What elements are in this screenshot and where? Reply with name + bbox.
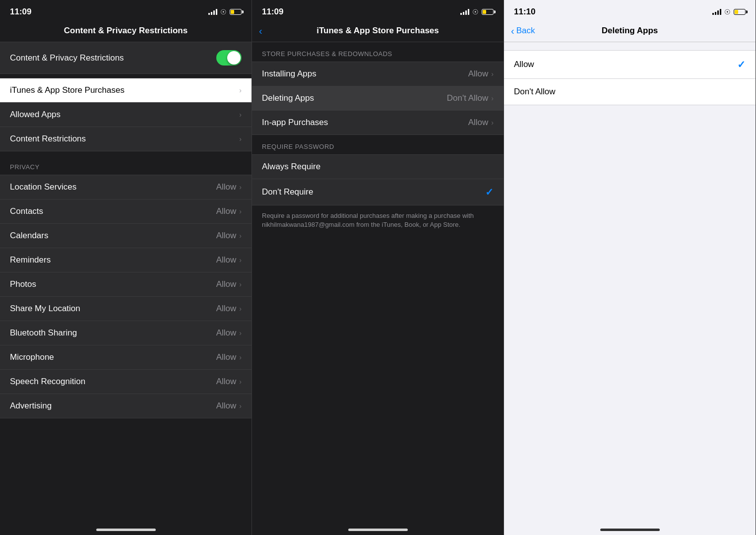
advertising-row[interactable]: Advertising Allow ›: [0, 394, 252, 418]
advertising-label: Advertising: [10, 401, 52, 411]
privacy-section-header: PRIVACY: [0, 155, 252, 175]
inapp-purchases-label: In-app Purchases: [262, 118, 328, 128]
always-require-label: Always Require: [262, 162, 320, 172]
speech-right: Allow ›: [216, 377, 242, 387]
back-button-2[interactable]: ‹: [259, 26, 262, 36]
password-section-header: REQUIRE PASSWORD: [252, 135, 504, 154]
inapp-purchases-value: Allow: [468, 118, 489, 128]
inapp-purchases-chevron: ›: [491, 119, 494, 127]
itunes-label: iTunes & App Store Purchases: [10, 85, 125, 95]
nav-header-2: ‹ iTunes & App Store Purchases: [252, 21, 504, 42]
reminders-right: Allow ›: [216, 255, 242, 265]
photos-allow: Allow: [216, 279, 237, 289]
installing-apps-label: Installing Apps: [262, 69, 316, 79]
deleting-apps-label: Deleting Apps: [262, 93, 314, 103]
photos-row[interactable]: Photos Allow ›: [0, 272, 252, 297]
photos-right: Allow ›: [216, 279, 242, 289]
privacy-list-group: Location Services Allow › Contacts Allow…: [0, 175, 252, 418]
always-require-row[interactable]: Always Require: [252, 155, 504, 179]
nav-header-3: ‹ Back Deleting Apps: [504, 21, 756, 42]
bluetooth-label: Bluetooth Sharing: [10, 328, 77, 338]
status-icons-3: ☉: [712, 8, 746, 16]
location-label: Location Services: [10, 182, 76, 192]
contacts-row[interactable]: Contacts Allow ›: [0, 200, 252, 224]
time-1: 11:09: [10, 7, 31, 17]
back-button-3[interactable]: ‹ Back: [511, 26, 535, 36]
toggle-switch[interactable]: [216, 50, 242, 66]
allowed-apps-label: Allowed Apps: [10, 110, 61, 120]
bluetooth-right: Allow ›: [216, 328, 242, 338]
dont-allow-option-label: Don't Allow: [514, 87, 556, 97]
content-restrictions-label: Content Restrictions: [10, 134, 86, 144]
advertising-right: Allow ›: [216, 401, 242, 411]
nav-title-1: Content & Privacy Restrictions: [64, 26, 188, 36]
wifi-icon-2: ☉: [472, 8, 479, 16]
reminders-chevron: ›: [239, 256, 242, 264]
calendars-row[interactable]: Calendars Allow ›: [0, 224, 252, 248]
home-indicator-2: [252, 519, 504, 535]
installing-apps-right: Allow ›: [468, 69, 494, 79]
store-section-header: STORE PURCHASES & REDOWNLOADS: [252, 42, 504, 62]
share-location-right: Allow ›: [216, 304, 242, 314]
microphone-allow: Allow: [216, 352, 237, 362]
toggle-label: Content & Privacy Restrictions: [10, 53, 124, 63]
location-row[interactable]: Location Services Allow ›: [0, 175, 252, 200]
contacts-label: Contacts: [10, 206, 43, 216]
location-right: Allow ›: [216, 182, 242, 192]
wifi-icon-3: ☉: [724, 8, 731, 16]
microphone-chevron: ›: [239, 353, 242, 361]
password-list-group: Always Require Don't Require ✓: [252, 154, 504, 205]
inapp-purchases-row[interactable]: In-app Purchases Allow ›: [252, 111, 504, 134]
photos-label: Photos: [10, 279, 36, 289]
back-chevron-3: ‹: [511, 26, 514, 36]
itunes-right: ›: [239, 86, 242, 94]
microphone-label: Microphone: [10, 352, 54, 362]
home-bar-2: [348, 529, 408, 531]
time-2: 11:09: [262, 7, 283, 17]
nav-header-1: Content & Privacy Restrictions: [0, 21, 252, 42]
spacer-above-options: [504, 42, 756, 50]
inapp-purchases-right: Allow ›: [468, 118, 494, 128]
home-bar-3: [600, 529, 660, 531]
content-restrictions-row[interactable]: Content Restrictions ›: [0, 127, 252, 151]
time-3: 11:10: [514, 7, 535, 17]
share-location-row[interactable]: Share My Location Allow ›: [0, 297, 252, 321]
nav-title-2: iTunes & App Store Purchases: [316, 26, 439, 36]
content-restrictions-right: ›: [239, 135, 242, 143]
dont-allow-option-row[interactable]: Don't Allow: [504, 79, 756, 105]
back-label-3: Back: [516, 26, 535, 36]
battery-icon-2: [482, 9, 494, 15]
location-allow: Allow: [216, 182, 237, 192]
deleting-apps-row[interactable]: Deleting Apps Don't Allow ›: [252, 86, 504, 111]
dont-require-checkmark: ✓: [485, 186, 494, 198]
status-bar-3: 11:10 ☉: [504, 0, 756, 21]
allowed-apps-row[interactable]: Allowed Apps ›: [0, 103, 252, 127]
status-bar-1: 11:09 ☉: [0, 0, 252, 21]
advertising-chevron: ›: [239, 402, 242, 410]
dont-require-label: Don't Require: [262, 187, 313, 197]
bluetooth-row[interactable]: Bluetooth Sharing Allow ›: [0, 321, 252, 345]
dont-require-row[interactable]: Don't Require ✓: [252, 179, 504, 205]
reminders-label: Reminders: [10, 255, 51, 265]
home-bar-1: [96, 529, 156, 531]
microphone-row[interactable]: Microphone Allow ›: [0, 345, 252, 370]
allow-option-row[interactable]: Allow ✓: [504, 51, 756, 79]
itunes-row[interactable]: iTunes & App Store Purchases ›: [0, 78, 252, 103]
toggle-section: Content & Privacy Restrictions: [0, 42, 252, 74]
calendars-label: Calendars: [10, 231, 49, 241]
status-bar-2: 11:09 ☉: [252, 0, 504, 21]
itunes-chevron: ›: [239, 86, 242, 94]
reminders-row[interactable]: Reminders Allow ›: [0, 248, 252, 272]
speech-row[interactable]: Speech Recognition Allow ›: [0, 370, 252, 394]
photos-chevron: ›: [239, 280, 242, 288]
calendars-chevron: ›: [239, 232, 242, 240]
dont-require-right: ✓: [485, 186, 494, 198]
location-chevron: ›: [239, 183, 242, 191]
speech-label: Speech Recognition: [10, 377, 85, 387]
bluetooth-chevron: ›: [239, 329, 242, 337]
share-location-chevron: ›: [239, 305, 242, 313]
password-footnote: Require a password for additional purcha…: [252, 205, 504, 239]
installing-apps-row[interactable]: Installing Apps Allow ›: [252, 62, 504, 86]
content-restrictions-chevron: ›: [239, 135, 242, 143]
allow-option-label: Allow: [514, 60, 534, 69]
